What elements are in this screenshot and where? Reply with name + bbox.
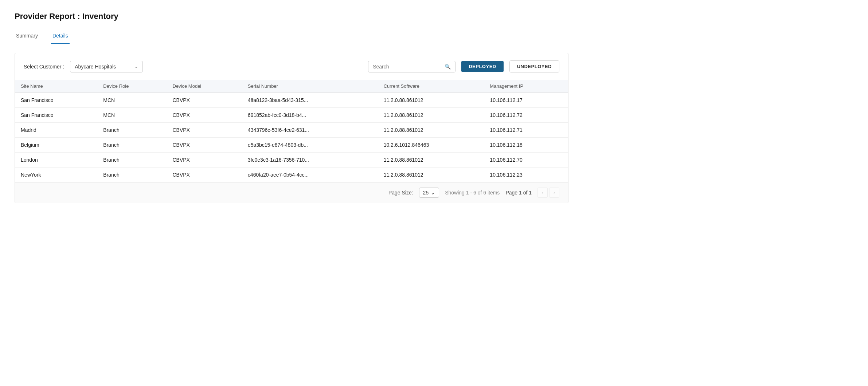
table-row: MadridBranchCBVPX4343796c-53f6-4ce2-631.… — [15, 123, 568, 138]
cell-device_role-3: Branch — [97, 138, 167, 153]
page-size-label: Page Size: — [388, 190, 413, 196]
tabs: Summary Details — [15, 30, 568, 44]
cell-serial_number-2: 4343796c-53f6-4ce2-631... — [242, 123, 378, 138]
cell-site_name-1: San Francisco — [15, 108, 97, 123]
cell-serial_number-5: c460fa20-aee7-0b54-4cc... — [242, 168, 378, 182]
cell-device_model-0: CBVPX — [167, 93, 242, 108]
cell-management_ip-3: 10.106.112.18 — [484, 138, 568, 153]
table-container: Site Name Device Role Device Model Seria… — [15, 80, 568, 182]
table-wrapper: Site Name Device Role Device Model Seria… — [15, 80, 568, 182]
cell-device_role-5: Branch — [97, 168, 167, 182]
cell-device_role-2: Branch — [97, 123, 167, 138]
cell-management_ip-2: 10.106.112.71 — [484, 123, 568, 138]
cell-current_software-3: 10.2.6.1012.846463 — [378, 138, 484, 153]
col-current-software: Current Software — [378, 80, 484, 93]
col-device-role: Device Role — [97, 80, 167, 93]
chevron-down-icon: ⌄ — [431, 190, 435, 196]
table-row: San FranciscoMCNCBVPX691852ab-fcc0-3d18-… — [15, 108, 568, 123]
pagination-buttons: ‹ › — [537, 188, 559, 198]
toolbar: Select Customer : Abycare Hospitals ⌄ 🔍 … — [15, 53, 568, 80]
tab-summary[interactable]: Summary — [15, 30, 39, 44]
cell-device_model-3: CBVPX — [167, 138, 242, 153]
chevron-down-icon: ⌄ — [134, 64, 138, 69]
cell-site_name-0: San Francisco — [15, 93, 97, 108]
search-box: 🔍 — [368, 61, 455, 72]
main-card: Select Customer : Abycare Hospitals ⌄ 🔍 … — [15, 53, 568, 203]
cell-current_software-2: 11.2.0.88.861012 — [378, 123, 484, 138]
pagination-prev[interactable]: ‹ — [537, 188, 548, 198]
undeployed-button[interactable]: UNDEPLOYED — [509, 60, 559, 72]
cell-serial_number-1: 691852ab-fcc0-3d18-b4... — [242, 108, 378, 123]
cell-current_software-5: 11.2.0.88.861012 — [378, 168, 484, 182]
cell-site_name-3: Belgium — [15, 138, 97, 153]
cell-serial_number-3: e5a3bc15-e874-4803-db... — [242, 138, 378, 153]
cell-site_name-4: London — [15, 153, 97, 168]
cell-device_role-4: Branch — [97, 153, 167, 168]
cell-serial_number-0: 4ffa8122-3baa-5d43-315... — [242, 93, 378, 108]
page-size-value: 25 — [423, 190, 429, 196]
cell-management_ip-5: 10.106.112.23 — [484, 168, 568, 182]
cell-device_model-4: CBVPX — [167, 153, 242, 168]
cell-management_ip-0: 10.106.112.17 — [484, 93, 568, 108]
cell-management_ip-1: 10.106.112.72 — [484, 108, 568, 123]
table-header-row: Site Name Device Role Device Model Seria… — [15, 80, 568, 93]
page-title: Provider Report : Inventory — [15, 12, 568, 21]
col-site-name: Site Name — [15, 80, 97, 93]
search-input[interactable] — [373, 64, 442, 70]
table-row: LondonBranchCBVPX3fc0e3c3-1a16-7356-710.… — [15, 153, 568, 168]
cell-device_model-1: CBVPX — [167, 108, 242, 123]
table-row: BelgiumBranchCBVPXe5a3bc15-e874-4803-db.… — [15, 138, 568, 153]
cell-device_model-5: CBVPX — [167, 168, 242, 182]
customer-dropdown-value: Abycare Hospitals — [75, 64, 132, 70]
deployed-button[interactable]: DEPLOYED — [461, 61, 504, 72]
card-footer: Page Size: 25 ⌄ Showing 1 - 6 of 6 items… — [15, 182, 568, 203]
select-customer-label: Select Customer : — [24, 64, 64, 70]
cell-current_software-1: 11.2.0.88.861012 — [378, 108, 484, 123]
cell-management_ip-4: 10.106.112.70 — [484, 153, 568, 168]
col-management-ip: Management IP — [484, 80, 568, 93]
table-row: NewYorkBranchCBVPXc460fa20-aee7-0b54-4cc… — [15, 168, 568, 182]
page-label: Page 1 of 1 — [505, 190, 532, 196]
cell-device_model-2: CBVPX — [167, 123, 242, 138]
showing-label: Showing 1 - 6 of 6 items — [445, 190, 500, 196]
tab-details[interactable]: Details — [51, 30, 70, 44]
search-icon: 🔍 — [445, 64, 451, 70]
cell-current_software-0: 11.2.0.88.861012 — [378, 93, 484, 108]
cell-device_role-0: MCN — [97, 93, 167, 108]
cell-serial_number-4: 3fc0e3c3-1a16-7356-710... — [242, 153, 378, 168]
pagination-next[interactable]: › — [549, 188, 559, 198]
cell-site_name-5: NewYork — [15, 168, 97, 182]
col-device-model: Device Model — [167, 80, 242, 93]
table-row: San FranciscoMCNCBVPX4ffa8122-3baa-5d43-… — [15, 93, 568, 108]
cell-device_role-1: MCN — [97, 108, 167, 123]
cell-current_software-4: 11.2.0.88.861012 — [378, 153, 484, 168]
col-serial-number: Serial Number — [242, 80, 378, 93]
cell-site_name-2: Madrid — [15, 123, 97, 138]
tab-divider — [15, 44, 568, 44]
customer-dropdown[interactable]: Abycare Hospitals ⌄ — [70, 61, 143, 72]
inventory-table: Site Name Device Role Device Model Seria… — [15, 80, 568, 182]
page-size-dropdown[interactable]: 25 ⌄ — [419, 188, 439, 198]
